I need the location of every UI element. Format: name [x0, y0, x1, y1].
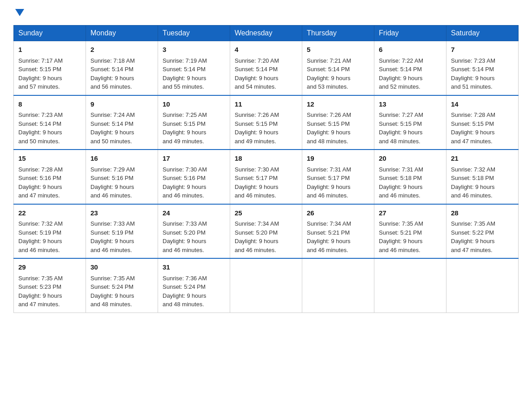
sunrise-line: Sunrise: 7:30 AM	[163, 166, 207, 173]
sunrise-line: Sunrise: 7:35 AM	[451, 220, 495, 227]
day-number: 11	[235, 99, 297, 110]
sunset-line: Sunset: 5:24 PM	[90, 283, 133, 290]
calendar-cell: 31Sunrise: 7:36 AMSunset: 5:24 PMDayligh…	[158, 258, 230, 313]
sunset-line: Sunset: 5:23 PM	[18, 283, 61, 290]
daylight-minutes: and 48 minutes.	[379, 138, 420, 145]
sunrise-line: Sunrise: 7:29 AM	[90, 166, 135, 173]
daylight-line: Daylight: 9 hours	[307, 184, 351, 190]
calendar-cell: 5Sunrise: 7:21 AMSunset: 5:14 PMDaylight…	[302, 41, 374, 95]
logo-triangle-icon	[15, 9, 24, 16]
daylight-line: Daylight: 9 hours	[18, 292, 62, 299]
calendar-week-row: 1Sunrise: 7:17 AMSunset: 5:15 PMDaylight…	[14, 41, 519, 95]
daylight-minutes: and 51 minutes.	[451, 83, 493, 90]
daylight-minutes: and 46 minutes.	[90, 247, 132, 253]
sunset-line: Sunset: 5:19 PM	[90, 229, 133, 236]
sunrise-line: Sunrise: 7:27 AM	[379, 111, 423, 118]
calendar-cell: 30Sunrise: 7:35 AMSunset: 5:24 PMDayligh…	[86, 258, 158, 313]
day-number: 21	[451, 154, 514, 164]
daylight-line: Daylight: 9 hours	[163, 75, 206, 81]
day-number: 15	[18, 154, 81, 164]
sunset-line: Sunset: 5:14 PM	[235, 66, 278, 73]
daylight-minutes: and 46 minutes.	[451, 192, 493, 199]
daylight-line: Daylight: 9 hours	[379, 184, 423, 190]
daylight-line: Daylight: 9 hours	[90, 75, 134, 81]
sunrise-line: Sunrise: 7:34 AM	[235, 220, 279, 227]
sunset-line: Sunset: 5:17 PM	[307, 175, 350, 181]
calendar-cell: 28Sunrise: 7:35 AMSunset: 5:22 PMDayligh…	[446, 204, 519, 259]
daylight-minutes: and 48 minutes.	[307, 138, 348, 145]
daylight-line: Daylight: 9 hours	[163, 129, 206, 136]
sunrise-line: Sunrise: 7:20 AM	[235, 57, 279, 64]
daylight-minutes: and 49 minutes.	[163, 138, 204, 145]
calendar-cell: 17Sunrise: 7:30 AMSunset: 5:16 PMDayligh…	[158, 150, 230, 204]
sunrise-line: Sunrise: 7:23 AM	[451, 57, 495, 64]
daylight-line: Daylight: 9 hours	[235, 75, 279, 81]
sunset-line: Sunset: 5:21 PM	[307, 229, 350, 236]
calendar-cell: 13Sunrise: 7:27 AMSunset: 5:15 PMDayligh…	[374, 95, 446, 150]
daylight-line: Daylight: 9 hours	[235, 129, 279, 136]
day-number: 25	[235, 208, 297, 218]
day-number: 18	[235, 154, 297, 164]
daylight-line: Daylight: 9 hours	[18, 238, 62, 244]
calendar-cell: 26Sunrise: 7:34 AMSunset: 5:21 PMDayligh…	[302, 204, 374, 259]
day-header-friday: Friday	[374, 26, 446, 41]
sunset-line: Sunset: 5:24 PM	[163, 283, 206, 290]
day-header-sunday: Sunday	[14, 26, 86, 41]
calendar-cell: 21Sunrise: 7:32 AMSunset: 5:18 PMDayligh…	[446, 150, 519, 204]
sunset-line: Sunset: 5:15 PM	[163, 120, 206, 127]
daylight-minutes: and 46 minutes.	[235, 247, 276, 253]
daylight-minutes: and 52 minutes.	[379, 83, 420, 90]
daylight-line: Daylight: 9 hours	[451, 75, 495, 81]
day-header-thursday: Thursday	[302, 26, 374, 41]
sunrise-line: Sunrise: 7:34 AM	[307, 220, 351, 227]
calendar-cell: 18Sunrise: 7:30 AMSunset: 5:17 PMDayligh…	[230, 150, 302, 204]
calendar-cell	[302, 258, 374, 313]
calendar-cell	[446, 258, 519, 313]
sunrise-line: Sunrise: 7:35 AM	[379, 220, 423, 227]
sunrise-line: Sunrise: 7:18 AM	[90, 57, 135, 64]
daylight-minutes: and 47 minutes.	[18, 192, 60, 199]
sunrise-line: Sunrise: 7:26 AM	[307, 111, 351, 118]
day-number: 3	[163, 45, 225, 55]
calendar-cell: 29Sunrise: 7:35 AMSunset: 5:23 PMDayligh…	[14, 258, 86, 313]
daylight-line: Daylight: 9 hours	[235, 238, 279, 244]
daylight-minutes: and 55 minutes.	[163, 83, 204, 90]
sunrise-line: Sunrise: 7:28 AM	[18, 166, 63, 173]
calendar-cell: 16Sunrise: 7:29 AMSunset: 5:16 PMDayligh…	[86, 150, 158, 204]
day-number: 4	[235, 45, 297, 55]
daylight-line: Daylight: 9 hours	[90, 184, 134, 190]
sunrise-line: Sunrise: 7:31 AM	[379, 166, 423, 173]
daylight-minutes: and 48 minutes.	[163, 301, 204, 308]
daylight-line: Daylight: 9 hours	[163, 292, 206, 299]
daylight-minutes: and 46 minutes.	[307, 192, 348, 199]
sunset-line: Sunset: 5:19 PM	[18, 229, 61, 236]
calendar-cell: 6Sunrise: 7:22 AMSunset: 5:14 PMDaylight…	[374, 41, 446, 95]
day-header-wednesday: Wednesday	[230, 26, 302, 41]
sunset-line: Sunset: 5:14 PM	[18, 120, 61, 127]
sunrise-line: Sunrise: 7:25 AM	[163, 111, 207, 118]
sunset-line: Sunset: 5:15 PM	[18, 66, 61, 73]
sunrise-line: Sunrise: 7:30 AM	[235, 166, 279, 173]
daylight-minutes: and 46 minutes.	[379, 192, 420, 199]
calendar-header-row: SundayMondayTuesdayWednesdayThursdayFrid…	[14, 26, 519, 41]
sunset-line: Sunset: 5:14 PM	[90, 120, 133, 127]
sunset-line: Sunset: 5:16 PM	[18, 175, 61, 181]
daylight-minutes: and 50 minutes.	[18, 138, 60, 145]
sunrise-line: Sunrise: 7:24 AM	[90, 111, 135, 118]
sunrise-line: Sunrise: 7:21 AM	[307, 57, 351, 64]
calendar-week-row: 22Sunrise: 7:32 AMSunset: 5:19 PMDayligh…	[14, 204, 519, 259]
calendar-week-row: 15Sunrise: 7:28 AMSunset: 5:16 PMDayligh…	[14, 150, 519, 204]
daylight-line: Daylight: 9 hours	[90, 238, 134, 244]
page-header	[13, 9, 519, 17]
sunrise-line: Sunrise: 7:36 AM	[163, 275, 207, 282]
daylight-minutes: and 47 minutes.	[451, 138, 493, 145]
calendar-cell: 8Sunrise: 7:23 AMSunset: 5:14 PMDaylight…	[14, 95, 86, 150]
day-number: 30	[90, 262, 153, 273]
daylight-minutes: and 57 minutes.	[18, 83, 60, 90]
sunrise-line: Sunrise: 7:33 AM	[90, 220, 135, 227]
day-number: 19	[307, 154, 369, 164]
daylight-line: Daylight: 9 hours	[90, 292, 134, 299]
day-number: 24	[163, 208, 225, 218]
daylight-minutes: and 53 minutes.	[307, 83, 348, 90]
calendar-cell: 7Sunrise: 7:23 AMSunset: 5:14 PMDaylight…	[446, 41, 519, 95]
